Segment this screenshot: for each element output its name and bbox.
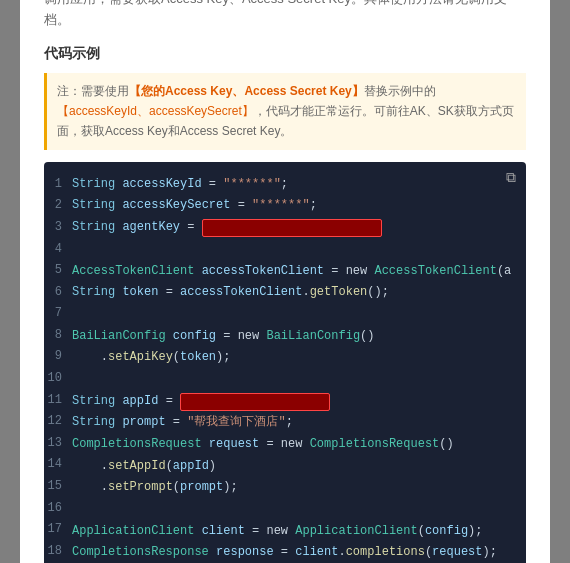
code-line-7 (72, 304, 512, 326)
code-line-3: String agentKey = (72, 217, 512, 239)
code-line-4 (72, 239, 512, 261)
copy-icon[interactable]: ⧉ (506, 170, 516, 186)
code-line-2: String accessKeySecret = "******"; (72, 195, 512, 217)
code-line-10 (72, 369, 512, 391)
code-line-17: ApplicationClient client = new Applicati… (72, 521, 512, 543)
code-block: ⧉ 1 2 3 4 5 6 7 8 9 10 11 12 13 14 15 16… (44, 162, 526, 563)
modal-description: 调用应用，需要获取Access Key、Access Secret Key。具体… (44, 0, 526, 31)
line-numbers: 1 2 3 4 5 6 7 8 9 10 11 12 13 14 15 16 1… (44, 174, 72, 563)
note-box: 注：需要使用【您的Access Key、Access Secret Key】替换… (44, 73, 526, 150)
code-line-14: .setAppId(appId) (72, 456, 512, 478)
code-line-18: CompletionsResponse response = client.co… (72, 542, 512, 563)
code-line-15: .setPrompt(prompt); (72, 477, 512, 499)
code-content: String accessKeyId = "******"; String ac… (72, 174, 512, 563)
section-title: 代码示例 (44, 45, 526, 63)
code-line-9: .setApiKey(token); (72, 347, 512, 369)
code-line-13: CompletionsRequest request = new Complet… (72, 434, 512, 456)
code-line-8: BaiLianConfig config = new BaiLianConfig… (72, 326, 512, 348)
code-line-11: String appId = (72, 391, 512, 413)
code-lines: 1 2 3 4 5 6 7 8 9 10 11 12 13 14 15 16 1… (44, 174, 512, 563)
note-bracket1: 【accessKeyId、accessKeySecret】 (57, 104, 254, 118)
code-line-5: AccessTokenClient accessTokenClient = ne… (72, 261, 512, 283)
code-line-1: String accessKeyId = "******"; (72, 174, 512, 196)
code-line-12: String prompt = "帮我查询下酒店"; (72, 412, 512, 434)
modal: 应用调用 × 调用应用，需要获取Access Key、Access Secret… (20, 0, 550, 563)
code-line-6: String token = accessTokenClient.getToke… (72, 282, 512, 304)
note-middle1: 替换示例中的 (364, 84, 436, 98)
code-line-16 (72, 499, 512, 521)
note-highlight1: 【您的Access Key、Access Secret Key】 (129, 84, 364, 98)
app-id-input[interactable] (180, 393, 330, 411)
agent-key-input[interactable] (202, 219, 382, 237)
note-prefix: 注：需要使用 (57, 84, 129, 98)
